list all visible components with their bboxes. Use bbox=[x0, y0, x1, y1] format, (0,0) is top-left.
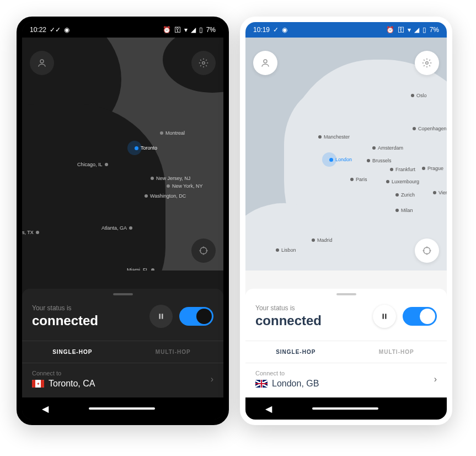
battery-pct: 7% bbox=[430, 26, 439, 34]
svg-rect-8 bbox=[162, 314, 163, 319]
status-bar: 10:22 ✓✓ ◉ ⏰ ⚿ ▾ ◢ ▯ 7% bbox=[22, 22, 223, 38]
tab-single-hop[interactable]: SINGLE-HOP bbox=[22, 341, 123, 363]
svg-point-10 bbox=[426, 62, 429, 65]
city-marker[interactable]: Copenhagen bbox=[413, 126, 447, 131]
connection-toggle[interactable] bbox=[403, 307, 437, 326]
hop-tabs: SINGLE-HOP MULTI-HOP bbox=[245, 341, 447, 363]
connect-to-row[interactable]: Connect to ✦ Toronto, CA › bbox=[22, 363, 223, 397]
connect-location: London, GB bbox=[272, 379, 319, 389]
hop-tabs: SINGLE-HOP MULTI-HOP bbox=[22, 341, 223, 363]
city-marker[interactable]: New York, NY bbox=[167, 183, 203, 189]
tab-multi-hop[interactable]: MULTI-HOP bbox=[123, 341, 224, 363]
pause-button[interactable] bbox=[373, 305, 396, 328]
locate-button[interactable] bbox=[415, 238, 439, 263]
city-marker[interactable]: Paris bbox=[350, 177, 367, 182]
city-marker[interactable]: Zurich bbox=[395, 192, 415, 198]
chevron-right-icon: › bbox=[434, 374, 437, 384]
vpn-key-icon: ⚿ bbox=[174, 26, 181, 34]
alarm-icon: ⏰ bbox=[386, 26, 394, 34]
city-marker[interactable]: Manchester bbox=[318, 134, 350, 140]
vpn-key-icon: ⚿ bbox=[398, 26, 404, 34]
status-text: Your status is connected bbox=[255, 304, 366, 328]
svg-point-9 bbox=[264, 60, 267, 63]
city-marker[interactable]: Brussels bbox=[367, 158, 392, 163]
city-marker-active[interactable]: Toronto bbox=[135, 145, 157, 151]
status-text: Your status is connected bbox=[32, 304, 143, 328]
city-marker[interactable]: s, TX bbox=[22, 230, 39, 235]
svg-point-0 bbox=[40, 60, 44, 63]
back-button[interactable]: ◀ bbox=[265, 404, 272, 414]
connection-toggle[interactable] bbox=[179, 307, 213, 326]
city-marker[interactable]: Frankfurt bbox=[390, 167, 415, 172]
clock: 10:22 bbox=[30, 26, 46, 34]
connect-to-row[interactable]: Connect to London, GB › bbox=[245, 363, 447, 397]
flag-gb-icon bbox=[255, 380, 268, 388]
home-pill[interactable] bbox=[89, 407, 155, 410]
city-marker[interactable]: Vienr bbox=[433, 190, 447, 195]
alarm-icon: ⏰ bbox=[163, 26, 171, 34]
bottom-sheet: Your status is connected SINGLE-HOP MULT… bbox=[245, 289, 447, 397]
notif-icon: ◉ bbox=[64, 26, 69, 34]
city-marker-active[interactable]: London bbox=[329, 157, 352, 162]
tab-single-hop[interactable]: SINGLE-HOP bbox=[245, 341, 346, 363]
battery-icon: ▯ bbox=[422, 26, 426, 34]
city-marker[interactable]: Lisbon bbox=[276, 247, 296, 253]
back-button[interactable]: ◀ bbox=[42, 404, 49, 414]
signal-icon: ◢ bbox=[191, 26, 196, 34]
settings-button[interactable] bbox=[415, 51, 439, 75]
connect-location: Toronto, CA bbox=[49, 379, 95, 389]
city-marker[interactable]: Washington, DC bbox=[145, 193, 186, 199]
account-button[interactable] bbox=[30, 51, 54, 75]
svg-point-1 bbox=[202, 62, 205, 65]
phone-light: 10:19 ✓ ◉ ⏰ ⚿ ▾ ◢ ▯ 7% Oslo Copenhagen M… bbox=[240, 17, 452, 425]
wifi-icon: ▾ bbox=[184, 26, 188, 34]
signal-icon: ◢ bbox=[414, 26, 419, 34]
chevron-right-icon: › bbox=[211, 374, 213, 384]
sheet-handle[interactable] bbox=[336, 293, 356, 295]
svg-point-11 bbox=[424, 247, 430, 254]
city-marker[interactable]: Atlanta, GA bbox=[101, 225, 132, 231]
city-marker[interactable]: New Jersey, NJ bbox=[151, 176, 190, 181]
pause-button[interactable] bbox=[149, 305, 173, 328]
svg-rect-16 bbox=[383, 314, 384, 319]
notif-icon: ✓✓ bbox=[50, 26, 61, 34]
map-view[interactable]: Montreal Toronto Chicago, IL New Jersey,… bbox=[22, 38, 223, 271]
account-button[interactable] bbox=[253, 51, 277, 75]
city-marker[interactable]: Chicago, IL bbox=[77, 162, 108, 167]
flag-ca-icon: ✦ bbox=[32, 380, 44, 388]
wifi-icon: ▾ bbox=[408, 26, 411, 34]
bottom-sheet: Your status is connected SINGLE-HOP MULT… bbox=[22, 289, 223, 397]
android-nav-bar: ◀ ▢ bbox=[22, 397, 223, 420]
city-marker[interactable]: Montreal bbox=[160, 130, 185, 136]
svg-point-2 bbox=[200, 247, 207, 254]
svg-rect-7 bbox=[159, 314, 161, 319]
sheet-handle[interactable] bbox=[113, 293, 133, 295]
notif-icon: ◉ bbox=[282, 26, 287, 34]
city-marker[interactable]: Prague bbox=[422, 166, 443, 171]
locate-button[interactable] bbox=[191, 238, 216, 263]
map-view[interactable]: Oslo Copenhagen Manchester Amsterdam Lon… bbox=[245, 38, 447, 271]
settings-button[interactable] bbox=[191, 51, 216, 75]
battery-icon: ▯ bbox=[199, 26, 203, 34]
phone-dark: 10:22 ✓✓ ◉ ⏰ ⚿ ▾ ◢ ▯ 7% Montreal Toronto bbox=[17, 17, 229, 425]
city-marker[interactable]: Madrid bbox=[312, 237, 333, 243]
home-pill[interactable] bbox=[312, 407, 378, 410]
city-marker[interactable]: Oslo bbox=[411, 93, 427, 98]
tab-multi-hop[interactable]: MULTI-HOP bbox=[346, 341, 447, 363]
android-nav-bar: ◀ ▢ bbox=[245, 397, 447, 420]
clock: 10:19 bbox=[253, 26, 270, 34]
city-marker[interactable]: Luxembourg bbox=[386, 179, 419, 184]
city-marker[interactable]: Milan bbox=[395, 208, 413, 213]
battery-pct: 7% bbox=[206, 26, 216, 34]
city-marker[interactable]: Amsterdam bbox=[372, 145, 403, 151]
svg-rect-17 bbox=[385, 314, 386, 319]
status-bar: 10:19 ✓ ◉ ⏰ ⚿ ▾ ◢ ▯ 7% bbox=[245, 22, 447, 38]
notif-icon: ✓ bbox=[273, 26, 279, 34]
city-marker[interactable]: Miami, FL bbox=[127, 267, 154, 271]
